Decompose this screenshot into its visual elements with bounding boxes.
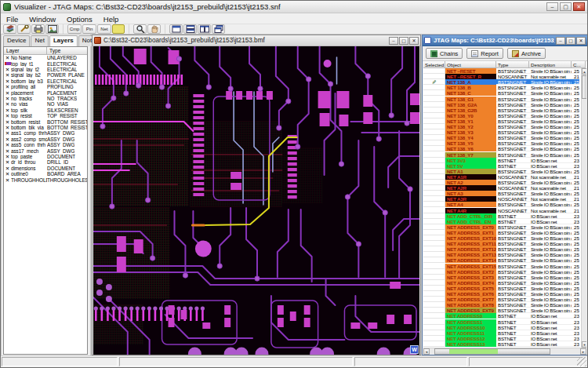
net-name[interactable]: NET ~RESET [445, 68, 496, 74]
layer-row[interactable]: ✕ass2_comp_smdASSY_DWG [4, 137, 87, 142]
layer-hidden-icon[interactable]: ✕ [4, 159, 11, 165]
net-row[interactable]: NET 138_CBSTSNGNETSingle IO BScan pin on… [423, 90, 581, 96]
net-selected-cell[interactable] [423, 124, 445, 129]
net-selected-cell[interactable] [423, 241, 445, 246]
mode-button-pin[interactable]: Pin [82, 24, 96, 34]
net-selected-cell[interactable] [423, 196, 445, 202]
net-name[interactable]: NET ADDRESS_EXT8 [445, 302, 496, 308]
net-name[interactable]: NET 138_C [445, 90, 496, 96]
net-row[interactable]: NET ADDRESS_EXT8BSTSNGNETSingle IO BScan… [423, 302, 581, 308]
net-selected-cell[interactable] [423, 118, 445, 124]
net-name[interactable]: NET 138_Y2 [445, 124, 496, 129]
vertical-scrollbar[interactable]: ▲ ▼ [581, 68, 586, 348]
column-header-type[interactable]: Type [47, 47, 87, 55]
net-selected-cell[interactable] [423, 325, 445, 330]
net-name[interactable]: NET 138_Y5 [445, 140, 496, 146]
net-selected-cell[interactable] [423, 102, 445, 107]
net-name[interactable]: NET ADDRESS_EXT13 [445, 252, 496, 257]
net-selected-cell[interactable] [423, 169, 445, 174]
layer-row[interactable]: ✕signal_lay_t2ELECTRICAL [4, 67, 87, 72]
net-row[interactable]: NET ADDRESS_EXT6BSTSNGNETSingle IO BScan… [423, 291, 581, 297]
menu-file[interactable]: File [1, 14, 24, 24]
net-name[interactable]: NET A3R [445, 196, 496, 202]
net-name[interactable]: NET ADDRESS_EXT10 [445, 235, 496, 241]
net-row[interactable]: NET ADDRESS_EXT2BSTSNGNETSingle IO BScan… [423, 269, 581, 275]
layer-hidden-icon[interactable]: ✕ [4, 67, 11, 72]
layer-hidden-icon[interactable]: ✕ [4, 107, 11, 113]
net-row[interactable]: NET ADDRESS_EXT9BSTSNGNETSingle IO BScan… [423, 308, 581, 313]
highlight-color-button[interactable] [112, 24, 125, 34]
tab-layers[interactable]: Layers [49, 35, 78, 46]
archive-button[interactable]: Archive [507, 48, 546, 59]
layer-hidden-icon[interactable]: ✕ [4, 119, 11, 125]
net-name[interactable]: NET ADDRESS_EXT0 [445, 224, 496, 230]
net-name[interactable]: NET A4 [445, 202, 496, 207]
maps-minimize-button[interactable]: – [556, 37, 565, 45]
net-row[interactable]: NET A3BSTSNGNETSingle IO BScan pin on ne… [423, 191, 581, 196]
net-row[interactable]: NET A2BSTSNGNETSingle IO BScan pin on ne… [423, 180, 581, 185]
net-selected-cell[interactable] [423, 180, 445, 185]
net-name[interactable]: NET ADDRESS_EXT1 [445, 230, 496, 235]
net-name[interactable]: NET ADDRESS11 [445, 330, 496, 336]
net-name[interactable]: NET ADDRESS_EXT14 [445, 257, 496, 263]
layer-hidden-icon[interactable]: ✕ [4, 171, 11, 177]
new-window-button[interactable] [169, 24, 183, 34]
net-name[interactable]: NET A3 [445, 191, 496, 196]
net-selected-cell[interactable] [423, 113, 445, 118]
layer-row[interactable]: ✕dimensionsDOCUMENT [4, 166, 87, 171]
layer-row[interactable]: ✕signal_lay_b2POWER_PLANE [4, 72, 87, 78]
layer-hidden-icon[interactable]: ✕ [4, 55, 11, 60]
net-selected-cell[interactable] [423, 146, 445, 151]
stack-button[interactable] [3, 24, 16, 34]
net-name[interactable]: NET 3V3 [445, 158, 496, 163]
net-row[interactable]: NET 138_Y7BSTSNGNETSingle IO BScan pin o… [423, 152, 581, 158]
net-name[interactable]: NET ADDRESS_EXT12 [445, 246, 496, 252]
net-name[interactable]: NET A2 [445, 180, 496, 185]
layer-row[interactable]: ✕top_resistTOP_RESIST [4, 113, 87, 118]
pcb-canvas[interactable] [93, 46, 419, 355]
layer-row[interactable]: ✕top_pasteDOCUMENT [4, 154, 87, 159]
maximize-button[interactable]: ▢ [560, 2, 572, 11]
layer-hidden-icon[interactable]: ✕ [4, 78, 11, 84]
net-selected-cell[interactable] [423, 330, 445, 336]
net-selected-cell[interactable] [423, 140, 445, 146]
horizontal-scrollbar[interactable]: ◄ ► [423, 348, 586, 355]
layer-hidden-icon[interactable]: ✕ [4, 113, 11, 118]
column-header-selected[interactable]: Selected [423, 61, 445, 68]
net-row[interactable]: NET A4RNOSCANNETNot scannable net21 [423, 208, 581, 213]
net-selected-cell[interactable] [423, 68, 445, 74]
net-selected-cell[interactable] [423, 74, 445, 79]
net-row[interactable]: NET ADDRESS_EXT12BSTSNGNETSingle IO BSca… [423, 246, 581, 252]
net-row[interactable]: NET ADDRESS_EXT15BSTSNGNETSingle IO BSca… [423, 264, 581, 269]
chains-button[interactable]: Chains [426, 48, 463, 59]
net-row[interactable]: NET ~RESET_RNOSCANNETNot scannable net21 [423, 74, 581, 79]
net-row[interactable]: NET A1RNOSCANNETNot scannable net21 [423, 174, 581, 180]
net-row[interactable]: NET 138_Y6BSTSNGNETSingle IO BScan pin o… [423, 146, 581, 151]
layer-hidden-icon[interactable]: ✕ [4, 142, 11, 148]
net-selected-cell[interactable] [423, 257, 445, 263]
layer-row[interactable]: ✕bottom_blk_viaBOTTOM_RESIST [4, 125, 87, 130]
net-selected-cell[interactable] [423, 291, 445, 297]
layer-hidden-icon[interactable]: ✕ [4, 148, 11, 154]
net-name[interactable]: NET 138_Y3 [445, 129, 496, 135]
scroll-left-icon[interactable]: ◄ [423, 348, 430, 355]
net-selected-cell[interactable] [423, 341, 445, 347]
board-minimize-button[interactable]: – [389, 37, 398, 45]
net-selected-cell[interactable] [423, 97, 445, 102]
net-name[interactable]: NET ADDRESS_EXT4 [445, 280, 496, 286]
layer-hidden-icon[interactable]: ✕ [4, 125, 11, 130]
net-name[interactable]: NET 138_A [445, 79, 496, 85]
net-selected-cell[interactable] [423, 174, 445, 180]
net-selected-cell[interactable] [423, 224, 445, 230]
net-name[interactable]: NET ADDRESS_EXT6 [445, 291, 496, 297]
net-row[interactable]: ✎NET 138_ABSTSNGNETSingle IO BScan pin o… [423, 79, 581, 85]
maps-close-button[interactable]: ✕ [576, 37, 586, 45]
mode-button-net[interactable]: Net [97, 24, 111, 34]
net-selected-cell[interactable] [423, 286, 445, 291]
net-row[interactable]: NET 3V3BSTNETIO BScan net23 [423, 158, 581, 163]
net-name[interactable]: NET ADDRESS_EXT3 [445, 275, 496, 280]
column-header-object[interactable]: Object [445, 61, 496, 68]
layer-hidden-icon[interactable]: ✕ [4, 177, 11, 183]
net-selected-cell[interactable] [423, 246, 445, 252]
net-row[interactable]: NET ~RESETBSTSNGNETSingle IO BScan pin o… [423, 68, 581, 74]
